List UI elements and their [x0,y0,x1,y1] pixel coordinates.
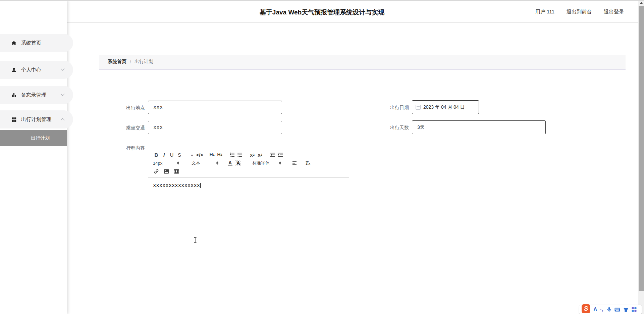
arrow-up-icon [640,2,643,4]
editor-text: XXXXXXXXXXXXXXX [153,183,200,188]
date-label: 出行日期 [375,105,409,111]
location-label: 出行地点 [111,105,145,111]
sidebar-item-memo-management[interactable]: 备忘录管理 [0,86,73,104]
transport-input[interactable] [148,121,282,134]
grid-icon [11,117,17,122]
editor-toolbar: B I U S ” </> H1 H2 x2 x2 [148,147,349,178]
sidebar-subitem-label: 出行计划 [31,135,50,141]
video-icon [173,168,179,174]
text-caret [200,183,201,188]
blockquote-button[interactable]: ” [189,151,195,158]
select-arrows-icon [216,161,218,165]
paragraph-style-select[interactable]: 文本 [192,159,218,167]
bullet-list-icon [237,152,243,158]
ordered-list-icon [229,152,235,158]
location-input[interactable] [148,101,282,114]
breadcrumb-root[interactable]: 系统首页 [108,59,126,65]
mouse-cursor-ibeam [193,237,197,245]
bold-button[interactable]: B [153,151,160,158]
days-label: 出行天数 [375,125,409,131]
date-value: 2023 年 04 月 04 日 [423,104,465,110]
outdent-button[interactable] [269,151,276,158]
sogou-logo-icon[interactable]: S [582,304,590,313]
header-links: 用户 111 退出到前台 退出登录 [535,9,624,15]
italic-button[interactable]: I [161,151,167,158]
heading1-button[interactable]: H1 [209,151,215,158]
exit-to-front-link[interactable]: 退出到前台 [567,9,592,15]
ime-toolbar: S A ·, [579,305,642,314]
chevron-down-icon [61,92,64,96]
scrollbar-thumb[interactable] [639,6,644,291]
sidebar-item-home[interactable]: 系统首页 [0,34,73,52]
vertical-scrollbar[interactable] [638,0,644,314]
scroll-up-button[interactable] [638,0,644,6]
sidebar-subitem-trip-plan[interactable]: 出行计划 [0,130,67,146]
bullet-list-button[interactable] [236,151,243,158]
sidebar: 系统首页 个人中心 备忘录管理 出行计划管理 出行计划 [0,1,67,314]
insert-link-button[interactable] [153,168,160,175]
chevron-down-icon [61,67,64,70]
clear-format-button[interactable]: Tx [305,160,310,166]
strikethrough-button[interactable]: S [176,151,183,158]
select-arrows-icon [279,161,281,165]
chevron-up-icon [61,118,64,122]
toolbar-row-1: B I U S ” </> H1 H2 x2 x2 [153,151,344,158]
editor-content-area[interactable]: XXXXXXXXXXXXXXX [148,178,349,193]
font-size-select[interactable]: 14px [153,159,179,167]
indent-button[interactable] [277,151,283,158]
sidebar-item-label: 出行计划管理 [21,116,51,123]
home-icon [11,40,17,46]
content-label: 行程内容 [111,145,145,151]
user-icon [11,67,17,73]
trip-content-editor: B I U S ” </> H1 H2 x2 x2 [148,147,349,310]
logout-link[interactable]: 退出登录 [604,9,624,15]
days-input[interactable] [412,120,546,134]
link-icon [153,168,159,174]
sidebar-item-personal-center[interactable]: 个人中心 [0,61,73,79]
indent-icon [277,152,283,158]
breadcrumb: 系统首页 / 出行计划 [99,55,626,69]
align-button[interactable] [291,160,298,166]
user-link[interactable]: 用户 111 [535,9,554,15]
background-color-button[interactable]: A [235,160,241,166]
breadcrumb-separator: / [130,59,131,64]
insert-image-button[interactable] [163,168,170,175]
page: 基于Java Web天气预报管理系统设计与实现 用户 111 退出到前台 退出登… [0,0,644,314]
toolbox-grid-icon[interactable] [632,307,637,312]
superscript-button[interactable]: x2 [257,151,263,158]
heading2-button[interactable]: H2 [216,151,223,158]
underline-button[interactable]: U [168,151,175,158]
subscript-button[interactable]: x2 [249,151,256,158]
image-icon [163,168,169,174]
ime-punctuation-mode[interactable]: ·, [600,307,604,312]
transport-label: 乘坐交通 [111,125,145,131]
bar-chart-icon [11,92,17,98]
select-arrows-icon [177,161,179,165]
sidebar-item-label: 备忘录管理 [21,92,46,98]
align-icon [291,160,298,166]
skin-tshirt-icon[interactable] [623,307,629,312]
text-color-button[interactable]: A [228,160,232,166]
sidebar-item-label: 系统首页 [21,40,41,46]
breadcrumb-current: 出行计划 [135,59,153,65]
insert-video-button[interactable] [173,168,180,175]
font-family-select[interactable]: 标准字体 [252,159,281,167]
sidebar-item-label: 个人中心 [21,67,41,73]
calendar-icon [416,105,421,110]
ime-language-mode[interactable]: A [593,307,597,313]
toolbar-row-2: 14px 文本 A A 标准字体 Tx [153,159,344,167]
top-border [0,0,644,1]
microphone-icon[interactable] [607,307,611,312]
code-block-button[interactable]: </> [196,151,203,158]
date-input[interactable]: 2023 年 04 月 04 日 [412,100,479,114]
keyboard-icon[interactable] [614,308,620,312]
outdent-icon [269,152,275,158]
sidebar-item-trip-plan-management[interactable]: 出行计划管理 [0,110,73,128]
ordered-list-button[interactable] [229,151,235,158]
toolbar-row-3 [153,168,344,175]
